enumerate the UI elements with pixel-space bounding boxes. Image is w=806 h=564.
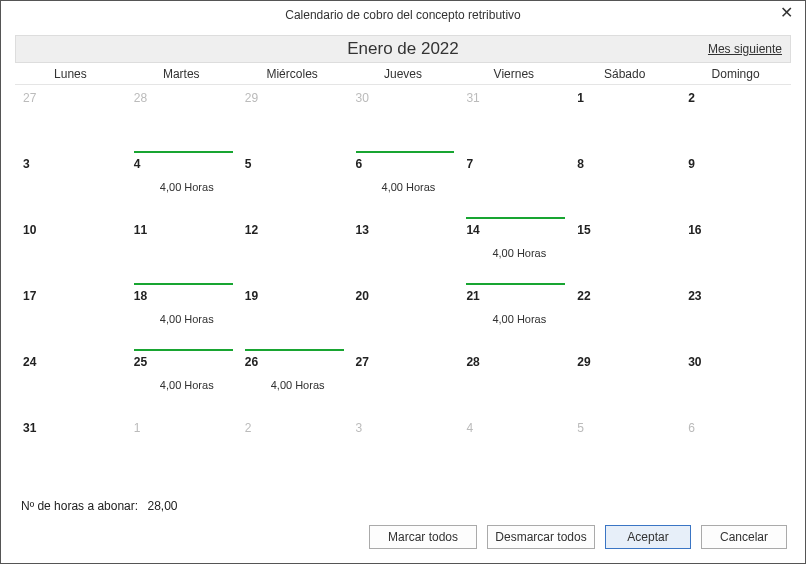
day-number: 20 [356,289,451,303]
day-cell[interactable]: 27 [348,349,459,415]
day-number: 2 [688,91,783,105]
day-number: 30 [688,355,783,369]
day-cell[interactable]: 214,00 Horas [458,283,569,349]
day-cell[interactable]: 13 [348,217,459,283]
day-number: 29 [577,355,672,369]
day-cell[interactable]: 24 [15,349,126,415]
day-number: 22 [577,289,672,303]
dow-sabado: Sábado [569,63,680,84]
next-month-link[interactable]: Mes siguiente [708,42,782,56]
mark-all-button[interactable]: Marcar todos [369,525,477,549]
day-cell[interactable]: 28 [458,349,569,415]
calendar-grid: 272829303112344,00 Horas564,00 Horas7891… [15,85,791,481]
day-cell[interactable]: 23 [680,283,791,349]
day-number: 19 [245,289,340,303]
day-number: 2 [245,421,340,435]
day-cell[interactable]: 29 [569,349,680,415]
day-hours: 4,00 Horas [271,379,325,391]
day-cell[interactable]: 8 [569,151,680,217]
day-number: 9 [688,157,783,171]
day-cell[interactable]: 5 [237,151,348,217]
dow-miercoles: Miércoles [237,63,348,84]
day-cell[interactable]: 30 [680,349,791,415]
day-number: 1 [134,421,229,435]
day-cell: 4 [458,415,569,481]
day-cell: 27 [15,85,126,151]
day-number: 28 [466,355,561,369]
day-number: 31 [23,421,118,435]
day-cell[interactable]: 184,00 Horas [126,283,237,349]
day-number: 29 [245,91,340,105]
day-number: 16 [688,223,783,237]
day-number: 4 [466,421,561,435]
dialog-window: Calendario de cobro del concepto retribu… [0,0,806,564]
day-cell[interactable]: 9 [680,151,791,217]
day-mark [466,283,565,285]
accept-button[interactable]: Aceptar [605,525,691,549]
day-cell[interactable]: 264,00 Horas [237,349,348,415]
day-cell[interactable]: 2 [680,85,791,151]
day-cell[interactable]: 64,00 Horas [348,151,459,217]
day-cell: 3 [348,415,459,481]
day-cell: 2 [237,415,348,481]
month-header: Enero de 2022 Mes siguiente [15,35,791,63]
day-number: 11 [134,223,229,237]
day-number: 30 [356,91,451,105]
day-hours: 4,00 Horas [492,247,546,259]
day-number: 26 [245,355,340,369]
day-cell[interactable]: 16 [680,217,791,283]
day-cell[interactable]: 44,00 Horas [126,151,237,217]
button-bar: Marcar todos Desmarcar todos Aceptar Can… [15,519,791,549]
dow-martes: Martes [126,63,237,84]
unmark-all-button[interactable]: Desmarcar todos [487,525,595,549]
day-number: 13 [356,223,451,237]
day-cell[interactable]: 12 [237,217,348,283]
summary-label: Nº de horas a abonar: [21,499,138,513]
day-number: 23 [688,289,783,303]
day-number: 5 [245,157,340,171]
day-mark [245,349,344,351]
day-cell[interactable]: 254,00 Horas [126,349,237,415]
day-cell[interactable]: 144,00 Horas [458,217,569,283]
day-cell: 1 [126,415,237,481]
day-cell[interactable]: 19 [237,283,348,349]
day-cell[interactable]: 31 [15,415,126,481]
day-number: 8 [577,157,672,171]
day-number: 12 [245,223,340,237]
day-cell[interactable]: 1 [569,85,680,151]
day-mark [134,349,233,351]
day-hours: 4,00 Horas [492,313,546,325]
day-cell[interactable]: 22 [569,283,680,349]
day-number: 14 [466,223,561,237]
day-cell[interactable]: 17 [15,283,126,349]
day-hours: 4,00 Horas [160,181,214,193]
day-number: 7 [466,157,561,171]
day-number: 27 [23,91,118,105]
dow-domingo: Domingo [680,63,791,84]
day-number: 31 [466,91,561,105]
day-number: 3 [23,157,118,171]
day-number: 3 [356,421,451,435]
close-icon[interactable]: ✕ [774,3,799,23]
cancel-button[interactable]: Cancelar [701,525,787,549]
day-cell[interactable]: 10 [15,217,126,283]
day-number: 6 [356,157,451,171]
day-cell[interactable]: 15 [569,217,680,283]
dow-viernes: Viernes [458,63,569,84]
summary-value: 28,00 [147,499,177,513]
day-number: 6 [688,421,783,435]
day-mark [134,151,233,153]
dow-lunes: Lunes [15,63,126,84]
day-number: 5 [577,421,672,435]
dow-jueves: Jueves [348,63,459,84]
day-cell[interactable]: 11 [126,217,237,283]
day-number: 18 [134,289,229,303]
summary-row: Nº de horas a abonar: 28,00 [15,481,791,519]
day-number: 24 [23,355,118,369]
day-cell[interactable]: 20 [348,283,459,349]
day-cell[interactable]: 7 [458,151,569,217]
day-number: 1 [577,91,672,105]
day-cell[interactable]: 3 [15,151,126,217]
day-number: 4 [134,157,229,171]
day-cell: 31 [458,85,569,151]
